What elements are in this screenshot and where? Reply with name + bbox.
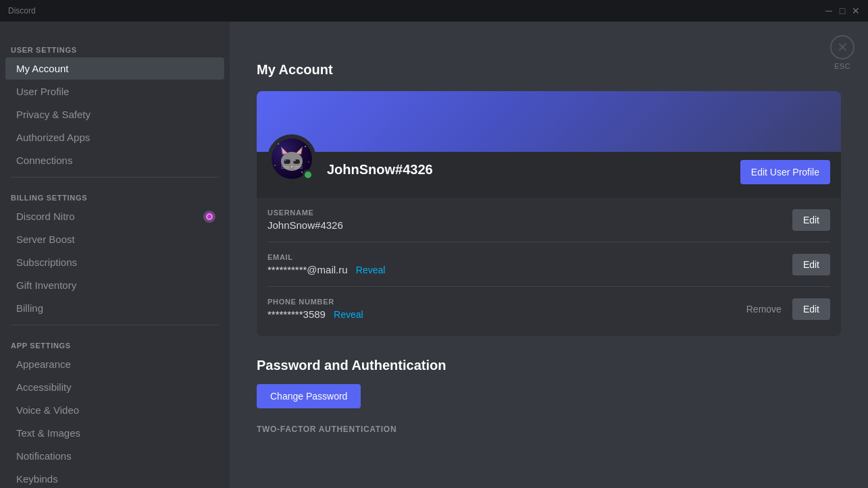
billing-settings-label: BILLING SETTINGS (0, 183, 230, 205)
svg-point-7 (308, 161, 309, 163)
account-card: JohnSnow#4326 Edit User Profile USERNAME… (257, 91, 841, 336)
main-content: ✕ ESC My Account (230, 22, 868, 488)
titlebar: Discord ─ □ ✕ (0, 0, 868, 22)
email-field-info: EMAIL **********@mail.ru Reveal (267, 253, 385, 275)
sidebar-item-label: Authorized Apps (16, 132, 90, 143)
email-field-actions: Edit (792, 254, 830, 275)
phone-reveal-button[interactable]: Reveal (334, 309, 363, 320)
sidebar-item-label: Connections (16, 155, 72, 166)
svg-point-5 (305, 146, 306, 147)
username-field-value: JohnSnow#4326 (267, 219, 343, 231)
sidebar-item-label: Gift Inventory (16, 279, 76, 291)
page-title: My Account (257, 62, 841, 78)
window-controls: ─ □ ✕ (825, 7, 860, 15)
sidebar-item-label: Billing (16, 302, 43, 314)
sidebar-item-accessibility[interactable]: Accessibility (5, 376, 224, 398)
phone-info-field: PHONE NUMBER *********3589 Reveal Remove… (267, 286, 830, 331)
app-settings-label: APP SETTINGS (0, 331, 230, 352)
phone-field-actions: Remove Edit (741, 298, 830, 320)
sidebar-item-billing[interactable]: Billing (5, 297, 224, 319)
profile-left: JohnSnow#4326 (267, 161, 433, 183)
sidebar-item-label: Accessibility (16, 381, 72, 393)
svg-point-18 (293, 159, 296, 161)
sidebar-item-label: Subscriptions (16, 256, 77, 268)
username-edit-button[interactable]: Edit (792, 209, 830, 231)
profile-row: JohnSnow#4326 Edit User Profile (257, 152, 841, 198)
profile-banner (257, 91, 841, 152)
sidebar-divider-1 (11, 177, 219, 178)
phone-edit-button[interactable]: Edit (792, 298, 830, 320)
sidebar-item-label: My Account (16, 63, 69, 74)
svg-point-17 (284, 159, 286, 161)
phone-field-label: PHONE NUMBER (267, 298, 363, 306)
two-factor-label: TWO-FACTOR AUTHENTICATION (257, 425, 841, 434)
avatar-container (267, 134, 316, 183)
svg-point-2 (207, 215, 211, 219)
sidebar-item-discord-nitro[interactable]: Discord Nitro (5, 205, 224, 227)
sidebar-item-connections[interactable]: Connections (5, 149, 224, 171)
sidebar-item-label: Privacy & Safety (16, 109, 91, 120)
email-field-value: **********@mail.ru Reveal (267, 264, 385, 275)
sidebar-item-label: Voice & Video (16, 404, 79, 416)
sidebar-item-label: Text & Images (16, 427, 80, 439)
sidebar-item-label: Server Boost (16, 234, 75, 245)
user-settings-label: USER SETTINGS (0, 35, 230, 57)
username-field-label: USERNAME (267, 209, 343, 217)
info-fields: USERNAME JohnSnow#4326 Edit EMAIL ******… (257, 198, 841, 336)
sidebar-item-keybinds[interactable]: Keybinds (5, 468, 224, 488)
close-settings-button[interactable]: ✕ (830, 35, 854, 59)
email-reveal-button[interactable]: Reveal (356, 265, 386, 275)
minimize-button[interactable]: ─ (825, 7, 833, 15)
sidebar-item-label: User Profile (16, 86, 69, 97)
esc-label: ESC (834, 62, 850, 70)
sidebar-item-gift-inventory[interactable]: Gift Inventory (5, 274, 224, 296)
phone-field-value: *********3589 Reveal (267, 308, 363, 320)
sidebar-item-server-boost[interactable]: Server Boost (5, 228, 224, 250)
phone-field-info: PHONE NUMBER *********3589 Reveal (267, 298, 363, 320)
sidebar-item-privacy-safety[interactable]: Privacy & Safety (5, 103, 224, 126)
sidebar-item-label: Notifications (16, 450, 72, 462)
maximize-button[interactable]: □ (838, 7, 846, 15)
sidebar: USER SETTINGS My Account User Profile Pr… (0, 22, 230, 488)
app-container: USER SETTINGS My Account User Profile Pr… (0, 22, 868, 488)
sidebar-item-appearance[interactable]: Appearance (5, 353, 224, 375)
close-button-container[interactable]: ✕ ESC (830, 35, 854, 70)
sidebar-item-subscriptions[interactable]: Subscriptions (5, 251, 224, 273)
email-field-label: EMAIL (267, 253, 385, 261)
password-section-title: Password and Authentication (257, 358, 841, 373)
username-field-info: USERNAME JohnSnow#4326 (267, 209, 343, 231)
sidebar-item-label: Appearance (16, 358, 71, 370)
username-field-actions: Edit (792, 209, 830, 231)
nitro-icon (203, 210, 216, 223)
sidebar-item-voice-video[interactable]: Voice & Video (5, 399, 224, 421)
sidebar-divider-2 (11, 325, 219, 325)
sidebar-item-notifications[interactable]: Notifications (5, 445, 224, 467)
sidebar-item-user-profile[interactable]: User Profile (5, 80, 224, 103)
svg-point-4 (278, 143, 279, 144)
edit-user-profile-button[interactable]: Edit User Profile (740, 160, 830, 184)
change-password-button[interactable]: Change Password (257, 384, 361, 408)
app-title: Discord (8, 6, 36, 16)
username-display: JohnSnow#4326 (327, 162, 433, 178)
online-indicator (303, 169, 313, 180)
sidebar-item-authorized-apps[interactable]: Authorized Apps (5, 126, 224, 148)
phone-remove-button[interactable]: Remove (741, 301, 787, 317)
sidebar-item-my-account[interactable]: My Account (5, 57, 224, 80)
close-window-button[interactable]: ✕ (852, 7, 860, 15)
username-info-field: USERNAME JohnSnow#4326 Edit (267, 198, 830, 242)
sidebar-item-text-images[interactable]: Text & Images (5, 422, 224, 444)
sidebar-item-label: Discord Nitro (16, 211, 75, 222)
sidebar-item-label: Keybinds (16, 473, 58, 485)
svg-point-6 (274, 165, 276, 166)
email-edit-button[interactable]: Edit (792, 254, 830, 275)
email-info-field: EMAIL **********@mail.ru Reveal Edit (267, 242, 830, 286)
